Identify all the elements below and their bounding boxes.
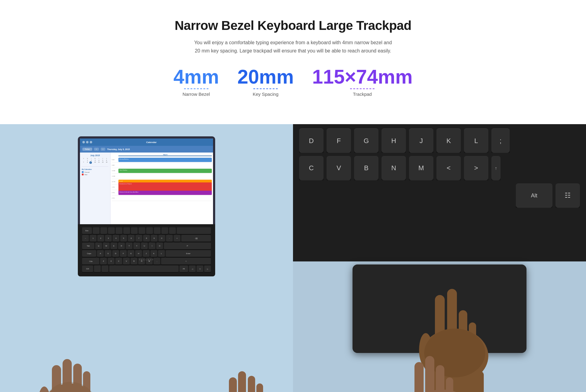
toolbar-btn-forward: > <box>101 148 106 151</box>
stat-value-key-spacing: 20mm <box>237 67 294 87</box>
big-key-M: M <box>409 156 433 180</box>
key-alt: Alt <box>179 265 188 272</box>
header-section: Narrow Bezel Keyboard Large Trackpad You… <box>0 0 586 124</box>
mini-cal-head: S <box>82 158 85 159</box>
toolbar-btn-today: Today <box>82 148 92 151</box>
key-spacebar <box>109 265 179 272</box>
key-ctrl: Ctrl <box>82 265 93 272</box>
images-section: Calendar Today < > Thursday, July 9, 201… <box>0 124 586 392</box>
big-key-alt: Alt <box>516 183 552 208</box>
stat-value-trackpad: 115×74mm <box>312 67 413 87</box>
hand-image-left-2 <box>201 353 287 392</box>
stat-key-spacing: 20mm Key Spacing <box>237 67 294 97</box>
calendar-date-label: Thursday, July 9, 2015 <box>107 148 130 150</box>
big-key-N: N <box>382 156 406 180</box>
image-left-panel: Calendar Today < > Thursday, July 9, 201… <box>0 124 293 392</box>
cal-day-thu: THU 9 <box>118 154 212 156</box>
svg-rect-25 <box>425 356 434 392</box>
image-right-panel: D F G H J K L ; C V B N M < > <box>293 124 586 392</box>
toolbar-btn-back: < <box>94 148 99 151</box>
big-key-J: J <box>409 128 433 153</box>
big-key-K: K <box>436 128 461 153</box>
big-key-H: H <box>382 128 406 153</box>
page-subtitle: You will enjoy a comfortable typing expe… <box>189 38 397 55</box>
cal-event-1: Morning Meeting <box>118 158 212 162</box>
app-title: Calendar <box>92 141 211 144</box>
cal-event-2: Team Standup <box>118 169 212 173</box>
page-wrapper: Narrow Bezel Keyboard Large Trackpad You… <box>0 0 586 392</box>
big-key-lt: < <box>436 156 461 180</box>
svg-point-5 <box>38 387 50 392</box>
svg-rect-24 <box>414 362 424 392</box>
my-calendars-label: My Calendars <box>82 168 108 170</box>
big-key-semicolon: ; <box>491 128 510 153</box>
hand-image-left <box>12 316 128 392</box>
svg-rect-10 <box>238 371 246 392</box>
cal-event-5: Weekend Call with Users And More <box>118 191 212 195</box>
cal-item-work: Work <box>85 174 87 175</box>
svg-rect-9 <box>229 377 237 392</box>
big-key-B: B <box>354 156 378 180</box>
big-key-V: V <box>327 156 351 180</box>
brand-label: TECLAST <box>139 258 154 261</box>
svg-rect-27 <box>446 377 453 392</box>
big-key-extra: ↑ <box>491 156 501 180</box>
big-key-C: C <box>299 156 324 180</box>
key-shift-left: ⇧Sh <box>82 258 99 264</box>
stat-underline-key-spacing <box>253 88 278 89</box>
page-title: Narrow Bezel Keyboard Large Trackpad <box>6 18 580 33</box>
stats-row: 4mm Narrow Bezel 20mm Key Spacing 115×74… <box>6 67 580 97</box>
mini-cal-month: July 2015 <box>82 154 108 156</box>
hand-image-right-2 <box>381 332 503 392</box>
stat-value-narrow-bezel: 4mm <box>173 67 219 87</box>
stat-trackpad: 115×74mm Trackpad <box>312 67 413 97</box>
stat-label-trackpad: Trackpad <box>353 92 372 97</box>
cal-item-personal: Personal <box>85 171 89 173</box>
key-tab: Tab <box>82 243 94 249</box>
stat-narrow-bezel: 4mm Narrow Bezel <box>173 67 219 97</box>
stat-underline-narrow-bezel <box>184 88 208 89</box>
svg-rect-11 <box>248 376 255 392</box>
big-key-D: D <box>299 128 324 153</box>
stat-label-narrow-bezel: Narrow Bezel <box>183 92 210 97</box>
key-caps: Caps <box>82 250 96 257</box>
big-key-menu: ☷ <box>555 183 580 208</box>
big-key-F: F <box>327 128 351 153</box>
big-key-L: L <box>464 128 488 153</box>
big-key-G: G <box>354 128 378 153</box>
svg-rect-26 <box>436 365 444 392</box>
big-key-gt: > <box>464 156 488 180</box>
stat-label-key-spacing: Key Spacing <box>253 92 278 97</box>
stat-underline-trackpad <box>350 88 374 89</box>
key-esc: Esc <box>82 227 92 234</box>
svg-rect-12 <box>256 383 263 392</box>
